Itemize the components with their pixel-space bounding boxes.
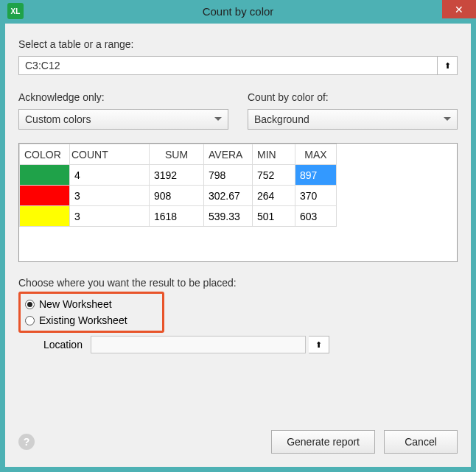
location-row: Location ⬆ (43, 336, 329, 353)
radio-highlight-box: New Worksheet Existing Worksheet (18, 292, 164, 333)
col-header-color[interactable]: COLOR (20, 144, 70, 165)
col-header-avg[interactable]: AVERA (204, 144, 253, 165)
radio-indicator (25, 300, 35, 309)
table-row[interactable]: 43192798752897 (20, 165, 337, 186)
sum-cell: 908 (150, 186, 204, 206)
help-icon: ? (24, 436, 30, 448)
col-header-sum[interactable]: SUM (150, 144, 204, 165)
col-header-min[interactable]: MIN (253, 144, 295, 165)
min-cell: 264 (253, 186, 295, 206)
count-cell: 3 (70, 206, 150, 227)
close-icon: ✕ (455, 4, 463, 15)
help-button[interactable]: ? (18, 434, 35, 450)
max-cell: 897 (295, 165, 337, 186)
radio-indicator (25, 316, 35, 325)
result-table: COLOR COUNT SUM AVERA MIN MAX 4319279875… (19, 144, 337, 227)
bottom-bar: ? Generate report Cancel (18, 430, 458, 454)
dialog-body: Select a table or a range: ⬆ Acknowledge… (5, 24, 471, 467)
min-cell: 501 (253, 206, 295, 227)
max-cell: 603 (295, 206, 337, 227)
app-icon: XL (7, 3, 24, 19)
color-swatch-cell (20, 165, 70, 186)
choose-where-label: Choose where you want the result to be p… (18, 277, 458, 289)
ref-icon: ⬆ (444, 61, 451, 71)
chevron-down-icon (444, 116, 451, 123)
col-header-max[interactable]: MAX (295, 144, 337, 165)
avg-cell: 302.67 (204, 186, 253, 206)
cancel-button[interactable]: Cancel (384, 430, 458, 454)
sum-cell: 3192 (150, 165, 204, 186)
select-range-label: Select a table or a range: (18, 38, 458, 50)
location-label: Location (43, 339, 85, 351)
location-input[interactable] (91, 336, 306, 353)
button-label: Cancel (405, 436, 437, 448)
range-input[interactable] (18, 56, 437, 75)
min-cell: 752 (253, 165, 295, 186)
range-ref-button[interactable]: ⬆ (437, 56, 458, 75)
col-header-count[interactable]: COUNT (70, 144, 150, 165)
table-row[interactable]: 31618539.33501603 (20, 206, 337, 227)
count-by-value: Background (254, 113, 309, 125)
location-ref-button[interactable]: ⬆ (309, 336, 329, 353)
close-button[interactable]: ✕ (442, 0, 476, 18)
table-header-row: COLOR COUNT SUM AVERA MIN MAX (20, 144, 337, 165)
count-by-select[interactable]: Background (248, 109, 458, 130)
dialog-title: Count by color (0, 5, 476, 18)
titlebar: XL Count by color ✕ (0, 0, 476, 22)
dialog-window: XL Count by color ✕ Select a table or a … (0, 0, 476, 472)
result-table-container: COLOR COUNT SUM AVERA MIN MAX 4319279875… (18, 143, 458, 262)
table-row[interactable]: 3908302.67264370 (20, 186, 337, 206)
options-row: Acknowledge only: Custom colors Count by… (18, 91, 458, 130)
count-by-label: Count by color of: (248, 91, 458, 103)
avg-cell: 539.33 (204, 206, 253, 227)
ack-only-value: Custom colors (25, 113, 91, 125)
color-swatch-cell (20, 206, 70, 227)
ack-only-select[interactable]: Custom colors (18, 109, 228, 130)
range-row: ⬆ (18, 56, 458, 75)
color-swatch-cell (20, 186, 70, 206)
button-label: Generate report (287, 436, 360, 448)
generate-report-button[interactable]: Generate report (271, 430, 375, 454)
count-cell: 4 (70, 165, 150, 186)
radio-existing-worksheet[interactable]: Existing Worksheet (25, 312, 156, 328)
max-cell: 370 (295, 186, 337, 206)
count-cell: 3 (70, 186, 150, 206)
ack-only-label: Acknowledge only: (18, 91, 228, 103)
chevron-down-icon (214, 116, 222, 123)
ref-icon: ⬆ (315, 340, 322, 350)
sum-cell: 1618 (150, 206, 204, 227)
radio-label: New Worksheet (39, 298, 112, 310)
radio-label: Existing Worksheet (39, 314, 127, 326)
avg-cell: 798 (204, 165, 253, 186)
radio-new-worksheet[interactable]: New Worksheet (25, 296, 156, 312)
